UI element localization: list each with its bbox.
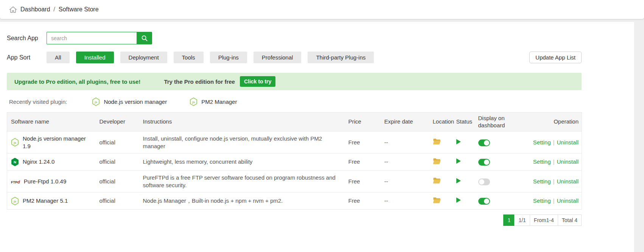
operation-separator: | [553,158,555,165]
location-cell [426,193,450,210]
software-name[interactable]: FTPdPure-Ftpd 1.0.49 [11,178,91,185]
pagination-page-ratio: 1/1 [514,214,530,226]
column-header-location: Location [426,113,450,131]
operation-separator: | [553,178,555,185]
app-sort-tabs: AllInstalledDeploymentToolsPlug-insProfe… [47,52,374,63]
status-cell [450,193,471,210]
svg-text:js: js [13,141,16,144]
recent-plugin-node-js-version-manager[interactable]: jsNode.js version manager [92,97,167,106]
folder-icon[interactable] [433,177,441,184]
developer-cell: official [93,193,136,210]
dashboard-toggle[interactable] [478,139,490,146]
software-name-text: Nginx 1.24.0 [23,158,54,166]
app-sort-row: App Sort AllInstalledDeploymentToolsPlug… [7,52,582,63]
banner-headline: Upgrade to Pro edition, all plugins, fre… [14,78,140,85]
table-row-pure-ftpd-1-0-49: FTPdPure-Ftpd 1.0.49officialPureFTPd is … [7,171,582,193]
instructions-cell: PureFTPd is a free FTP server software f… [136,171,342,193]
operation-cell: Setting|Uninstall [510,193,582,210]
update-app-list-button[interactable]: Update App List [529,52,582,63]
dashboard-toggle[interactable] [478,198,490,205]
tab-professional[interactable]: Professional [254,52,302,63]
status-cell [450,131,471,153]
price-cell: Free [342,153,378,171]
play-status-icon[interactable] [456,158,461,164]
developer-cell: official [93,153,136,171]
software-name[interactable]: jsNode.js version manager 1.9 [11,135,91,150]
column-header-price: Price [342,113,378,131]
pure-ftpd-icon: FTPd [11,178,20,185]
price-cell: Free [342,193,378,210]
folder-icon[interactable] [433,197,441,203]
breadcrumb-dashboard[interactable]: Dashboard [20,6,50,13]
pagination: 1 1/1 From1-4 Total 4 [7,214,582,226]
pagination-page-1[interactable]: 1 [503,214,515,226]
table-row-node-js-version-manager-1-9: jsNode.js version manager 1.9officialIns… [7,131,582,153]
software-name[interactable]: NNginx 1.24.0 [11,158,91,166]
folder-icon[interactable] [433,138,441,145]
operation-cell: Setting|Uninstall [510,171,582,193]
column-header-display-on-dashboard: Display on dashboard [471,113,510,131]
location-cell [426,131,450,153]
svg-text:js: js [95,100,98,104]
location-cell [426,171,450,193]
breadcrumb: Dashboard / Software Store [9,6,99,13]
folder-icon[interactable] [433,158,441,164]
recent-plugin-pm2-manager[interactable]: jsPM2 Manager [190,97,237,106]
svg-text:N: N [14,160,16,164]
instructions-cell: Node.js Manager，Built-in node.js + npm +… [136,193,342,210]
toggle-knob [484,140,489,146]
tab-deployment[interactable]: Deployment [120,52,167,63]
nginx-icon: N [11,158,19,166]
developer-cell: official [93,131,136,153]
tab-third-party-plug-ins[interactable]: Third-party Plug-ins [308,52,374,63]
developer-cell: official [93,171,136,193]
location-cell [426,153,450,171]
nodejs-icon: js [11,197,19,205]
uninstall-link[interactable]: Uninstall [557,197,579,204]
software-table: Software nameDeveloperInstructionsPriceE… [7,112,582,210]
toggle-knob [479,179,484,185]
uninstall-link[interactable]: Uninstall [557,139,579,146]
recent-plugin-name: PM2 Manager [201,99,237,105]
play-status-icon[interactable] [456,139,461,144]
breadcrumb-separator: / [53,6,55,13]
search-icon [141,35,148,42]
tab-installed[interactable]: Installed [76,52,114,63]
column-header-operation: Operation [510,113,582,131]
dashboard-toggle[interactable] [478,178,490,185]
recently-visited-row: Recently visited plugin: jsNode.js versi… [7,97,582,106]
tab-tools[interactable]: Tools [174,52,204,63]
main-panel: Search App App Sort AllInstalledDeployme… [0,22,634,252]
expire-date-cell: -- [378,131,426,153]
search-input[interactable] [47,32,137,44]
uninstall-link[interactable]: Uninstall [557,178,579,185]
toggle-knob [484,199,489,204]
banner-subtext: Try the Pro edition for free [164,78,235,85]
pro-upgrade-banner: Upgrade to Pro edition, all plugins, fre… [7,73,582,90]
dashboard-toggle[interactable] [478,159,490,166]
home-icon[interactable] [9,6,17,13]
column-header-instructions: Instructions [136,113,342,131]
instructions-cell: Lightweight, less memory, concurrent abi… [136,153,342,171]
setting-link[interactable]: Setting [533,158,551,165]
price-cell: Free [342,171,378,193]
setting-link[interactable]: Setting [533,139,551,146]
search-button[interactable] [137,32,152,44]
operation-separator: | [553,139,555,146]
setting-link[interactable]: Setting [533,197,551,204]
expire-date-cell: -- [378,171,426,193]
software-name-text: Pure-Ftpd 1.0.49 [24,178,67,185]
software-name[interactable]: jsPM2 Manager 5.1 [11,197,91,205]
uninstall-link[interactable]: Uninstall [557,158,579,165]
tab-plug-ins[interactable]: Plug-ins [210,52,247,63]
play-status-icon[interactable] [456,197,461,203]
tab-all[interactable]: All [47,52,70,63]
breadcrumb-current: Software Store [59,6,99,13]
status-cell [450,171,471,193]
column-header-expire-date: Expire date [378,113,426,131]
click-to-try-button[interactable]: Click to try [240,76,275,87]
table-row-pm2-manager-5-1: jsPM2 Manager 5.1officialNode.js Manager… [7,193,582,210]
play-status-icon[interactable] [456,178,461,183]
setting-link[interactable]: Setting [533,178,551,185]
recently-visited-label: Recently visited plugin: [9,99,67,105]
